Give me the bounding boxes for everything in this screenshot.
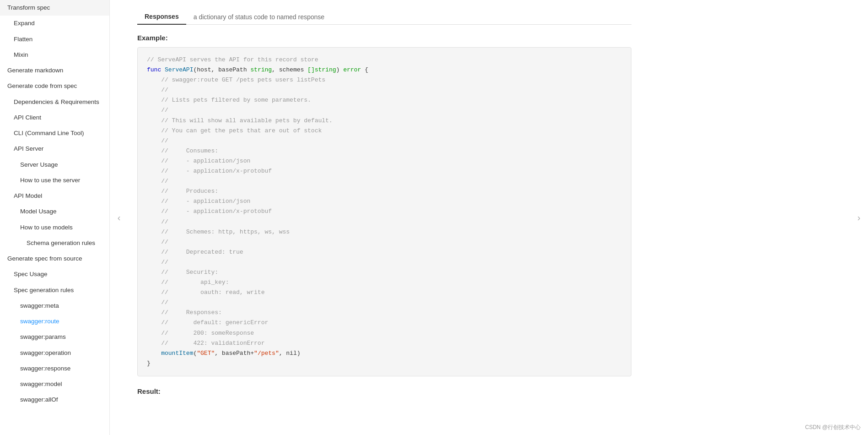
sidebar-item-swagger-operation[interactable]: swagger:operation — [0, 345, 109, 361]
sidebar-item-schema-generation-rules[interactable]: Schema generation rules — [0, 235, 109, 251]
nav-arrow-right[interactable]: › — [852, 208, 866, 227]
tab-responses[interactable]: Responses — [137, 9, 186, 25]
sidebar-item-api-client[interactable]: API Client — [0, 110, 109, 125]
sidebar-item-api-server[interactable]: API Server — [0, 141, 109, 157]
sidebar-item-generate-markdown[interactable]: Generate markdown — [0, 63, 109, 78]
sidebar-item-how-to-use-the-server[interactable]: How to use the server — [0, 173, 109, 188]
tab-bar-description: a dictionary of status code to named res… — [186, 10, 332, 24]
footer-brand: CSDN @行创技术中心 — [805, 424, 861, 431]
main-content: Responses a dictionary of status code to… — [110, 0, 868, 435]
code-block: // ServeAPI serves the API for this reco… — [137, 47, 631, 376]
sidebar-item-swagger-allof[interactable]: swagger:allOf — [0, 392, 109, 408]
sidebar-item-api-model[interactable]: API Model — [0, 188, 109, 204]
sidebar-item-generate-spec-from-source[interactable]: Generate spec from source — [0, 251, 109, 266]
sidebar-item-generate-code-from-spec[interactable]: Generate code from spec — [0, 78, 109, 94]
sidebar: Transform specExpandFlattenMixinGenerate… — [0, 0, 110, 435]
sidebar-item-spec-usage[interactable]: Spec Usage — [0, 266, 109, 282]
sidebar-item-server-usage[interactable]: Server Usage — [0, 157, 109, 173]
sidebar-item-dependencies-requirements[interactable]: Dependencies & Requirements — [0, 94, 109, 110]
sidebar-item-swagger-meta[interactable]: swagger:meta — [0, 298, 109, 314]
sidebar-item-swagger-response[interactable]: swagger:response — [0, 361, 109, 376]
sidebar-item-spec-generation-rules[interactable]: Spec generation rules — [0, 283, 109, 298]
sidebar-item-expand[interactable]: Expand — [0, 16, 109, 31]
nav-arrow-left[interactable]: ‹ — [112, 208, 126, 227]
sidebar-item-mixin[interactable]: Mixin — [0, 47, 109, 63]
sidebar-item-how-to-use-models[interactable]: How to use models — [0, 220, 109, 235]
sidebar-item-swagger-params[interactable]: swagger:params — [0, 329, 109, 345]
sidebar-item-swagger-model[interactable]: swagger:model — [0, 376, 109, 392]
sidebar-item-flatten[interactable]: Flatten — [0, 32, 109, 47]
sidebar-item-cli-command-line-tool[interactable]: CLI (Command Line Tool) — [0, 125, 109, 141]
example-label: Example: — [137, 34, 631, 42]
sidebar-item-transform-spec[interactable]: Transform spec — [0, 0, 109, 16]
sidebar-item-swagger-route[interactable]: swagger:route — [0, 314, 109, 329]
tab-bar: Responses a dictionary of status code to… — [137, 9, 631, 25]
result-label: Result: — [137, 387, 631, 395]
sidebar-item-model-usage[interactable]: Model Usage — [0, 204, 109, 219]
